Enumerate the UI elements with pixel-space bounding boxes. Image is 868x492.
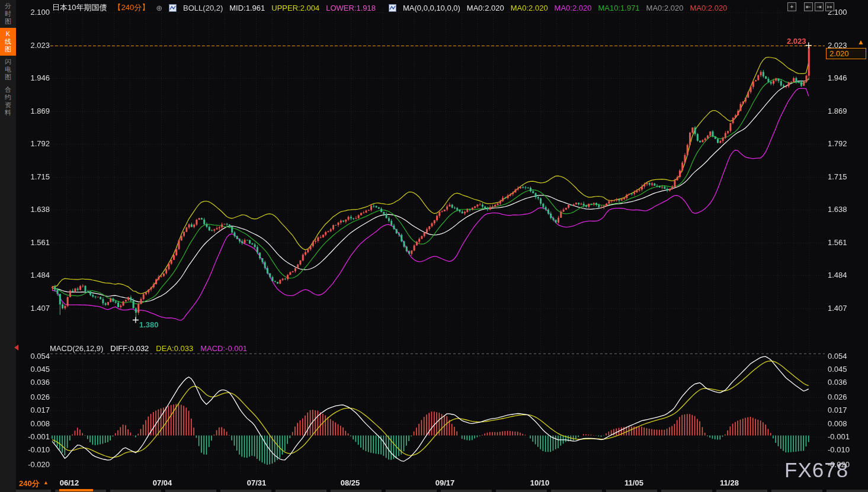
link-icon[interactable]: ⊕	[156, 4, 162, 12]
axis-label: 1.946	[828, 73, 859, 82]
boll-value-2: UPPER:2.004	[271, 4, 319, 12]
date-tick-06-12: 06/12	[50, 478, 88, 487]
chart-header: 日本10年期国债 【240分】 ⊕ BOLL(20,2)MID:1.961UPP…	[52, 2, 740, 13]
axis-label: 0.026	[828, 393, 859, 401]
axis-label: -0.010	[19, 445, 50, 454]
chart-window: 分 时 图K 线 图闪 电 图合 约 资 料 日本10年期国债 【240分】 ⊕…	[0, 0, 868, 492]
session-high-label: 2.023	[787, 37, 806, 46]
axis-label: -0.010	[828, 445, 859, 454]
axis-label: 1.792	[828, 139, 859, 148]
current-price-box: 2.020	[826, 48, 866, 59]
ma-value-0: MA(0,0,0,10,0,0)	[403, 4, 460, 12]
axis-label: 2.023	[19, 41, 50, 50]
axis-label: 1.792	[19, 139, 50, 148]
collapse-macd-icon[interactable]	[14, 345, 18, 350]
fit-right-icon[interactable]: ⇥	[815, 2, 824, 11]
axis-label: 0.017	[828, 406, 859, 414]
date-tick-09-17: 09/17	[426, 478, 464, 487]
macd-value-2: DEA:0.033	[156, 344, 193, 353]
sidebar-item-1[interactable]: K 线 图	[0, 28, 16, 56]
timeline-scrollbar[interactable]	[0, 490, 868, 492]
axis-label: 1.638	[828, 205, 859, 214]
ma-value-5: MA0:2.020	[646, 4, 684, 12]
axis-label: 0.036	[19, 378, 50, 387]
axis-label: 0.017	[19, 406, 50, 414]
macd-value-3: MACD:-0.001	[200, 344, 247, 353]
timeframe-label[interactable]: 【240分】	[113, 2, 149, 13]
pan-icon[interactable]: +	[787, 2, 796, 11]
axis-label: 0.054	[19, 352, 50, 361]
sidebar-item-2[interactable]: 闪 电 图	[0, 56, 16, 83]
step-right-icon[interactable]: ↦	[825, 2, 834, 11]
axis-label: 1.561	[828, 238, 859, 247]
period-dropdown-arrow-icon[interactable]: ▲	[43, 480, 49, 485]
boll-indicator-icon[interactable]	[169, 4, 177, 12]
axis-label: 1.638	[19, 205, 50, 214]
instrument-title: 日本10年期国债	[52, 2, 107, 13]
boll-value-0: BOLL(20,2)	[183, 4, 223, 12]
macd-header: MACD(26,12,9)DIFF:0.032DEA:0.033MACD:-0.…	[50, 344, 254, 353]
date-tick-10-10: 10/10	[521, 478, 559, 487]
footer-period-selector[interactable]: 240分	[19, 478, 40, 489]
sidebar: 分 时 图K 线 图闪 电 图合 约 资 料	[0, 0, 16, 492]
axis-label: 0.008	[828, 419, 859, 428]
axis-label: 0.045	[828, 365, 859, 374]
axis-label: 1.561	[19, 238, 50, 247]
ma-value-6: MA0:2.020	[690, 4, 727, 12]
axis-label: 0.026	[19, 393, 50, 401]
price-up-arrow-icon: ▲	[857, 38, 864, 46]
axis-label: 1.946	[19, 73, 50, 82]
ma-value-3: MA0:2.020	[555, 4, 592, 12]
axis-label: 1.484	[19, 271, 50, 279]
axis-label: 0.054	[828, 352, 859, 361]
axis-label: 1.869	[19, 107, 50, 115]
date-tick-11-05: 11/05	[615, 478, 653, 487]
axis-label: 1.484	[828, 271, 859, 279]
axis-label: 1.407	[828, 304, 859, 313]
boll-value-3: LOWER:1.918	[326, 4, 376, 12]
axis-label: 2.100	[19, 8, 50, 17]
boll-values: BOLL(20,2)MID:1.961UPPER:2.004LOWER:1.91…	[183, 4, 382, 12]
date-tick-07-04: 07/04	[143, 478, 181, 487]
ma-value-2: MA0:2.020	[511, 4, 548, 12]
axis-label: 0.008	[19, 419, 50, 428]
axis-label: 1.407	[19, 304, 50, 313]
axis-label: 1.715	[828, 172, 859, 181]
macd-value-1: DIFF:0.032	[110, 344, 149, 353]
ma-indicator-icon[interactable]	[389, 4, 396, 12]
date-tick-11-28: 11/28	[710, 478, 748, 487]
axis-label: -0.001	[828, 432, 859, 441]
fx678-watermark: FX678	[784, 458, 848, 482]
axis-label: 0.045	[19, 365, 50, 374]
axis-label: 0.036	[828, 378, 859, 387]
chart-canvas[interactable]	[0, 0, 868, 492]
ma-value-4: MA10:1.971	[598, 4, 639, 12]
boll-value-1: MID:1.961	[229, 4, 265, 12]
axis-label: 1.869	[828, 107, 859, 115]
sidebar-item-3[interactable]: 合 约 资 料	[0, 83, 16, 119]
ma-values: MA(0,0,0,10,0,0)MA0:2.020MA0:2.020MA0:2.…	[403, 4, 734, 12]
sidebar-item-0[interactable]: 分 时 图	[0, 0, 16, 28]
axis-label: -0.001	[19, 432, 50, 441]
fit-left-icon[interactable]: ⇤	[804, 2, 813, 11]
date-tick-08-25: 08/25	[331, 478, 369, 487]
ma-value-1: MA0:2.020	[467, 4, 504, 12]
macd-value-0: MACD(26,12,9)	[50, 344, 103, 353]
axis-label: -0.020	[19, 460, 50, 469]
session-low-label: 1.380	[139, 320, 159, 329]
axis-label: 1.715	[19, 172, 50, 181]
visible-range-indicator	[59, 489, 93, 491]
date-tick-07-31: 07/31	[238, 478, 276, 487]
